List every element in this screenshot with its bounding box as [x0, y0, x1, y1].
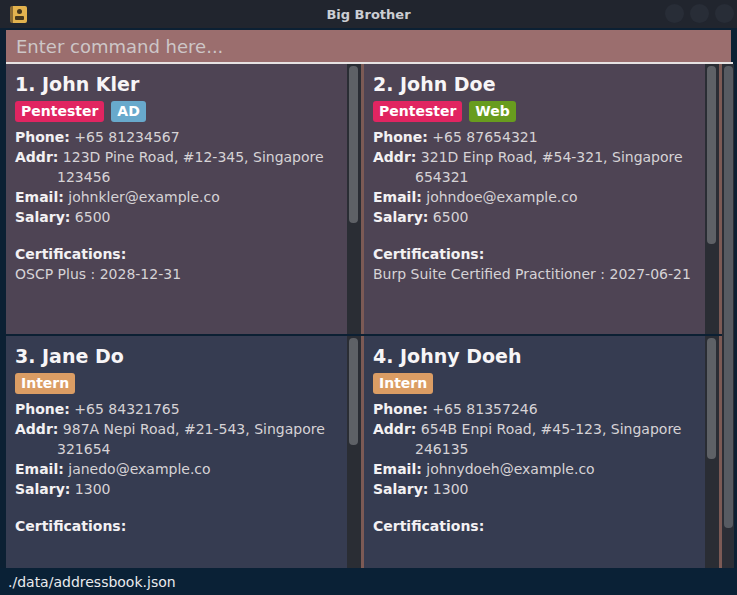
salary-label: Salary:	[15, 209, 70, 225]
addr-label: Addr:	[15, 149, 58, 165]
scrollbar-thumb[interactable]	[707, 338, 716, 459]
addr-value: 321D Einp Road, #54-321, Singapore 65432…	[415, 149, 683, 185]
salary-label: Salary:	[373, 209, 428, 225]
contact-card-content: 4. Johny Doeh Intern Phone: +65 81357246…	[364, 336, 705, 568]
addr-label: Addr:	[373, 149, 416, 165]
phone-line: Phone: +65 81357246	[373, 399, 701, 419]
role-badge: Intern	[373, 373, 433, 394]
addr-label: Addr:	[373, 421, 416, 437]
window-button-close[interactable]	[715, 4, 734, 23]
salary-line: Salary: 6500	[15, 207, 343, 227]
salary-label: Salary:	[373, 481, 428, 497]
contact-title: 1. John Kler	[15, 72, 343, 96]
contact-card[interactable]: 1. John Kler Pentester AD Phone: +65 812…	[6, 64, 364, 334]
role-badge: Pentester	[373, 101, 462, 122]
phone-value: +65 84321765	[74, 401, 179, 417]
phone-line: Phone: +65 87654321	[373, 127, 701, 147]
role-badge: Intern	[15, 373, 75, 394]
email-line: Email: johndoe@example.co	[373, 187, 701, 207]
addr-line: Addr: 321D Einp Road, #54-321, Singapore…	[373, 147, 701, 187]
email-value: janedo@example.co	[68, 461, 210, 477]
salary-value: 1300	[75, 481, 111, 497]
statusbar-file-path: ./data/addressbook.json	[8, 574, 176, 590]
window-button-minimize[interactable]	[665, 4, 684, 23]
addr-line: Addr: 987A Nepi Road, #21-543, Singapore…	[15, 419, 343, 459]
phone-line: Phone: +65 81234567	[15, 127, 343, 147]
window-buttons	[665, 4, 734, 23]
badge-row: Intern	[373, 373, 701, 394]
salary-value: 6500	[433, 209, 469, 225]
contact-card-content: 1. John Kler Pentester AD Phone: +65 812…	[6, 64, 347, 334]
role-badge: Web	[469, 101, 515, 122]
window-button-maximize[interactable]	[690, 4, 709, 23]
salary-line: Salary: 1300	[15, 479, 343, 499]
certifications-header: Certifications:	[15, 244, 343, 264]
phone-label: Phone:	[373, 129, 428, 145]
contact-card-content: 2. John Doe Pentester Web Phone: +65 876…	[364, 64, 705, 334]
addr-value: 123D Pine Road, #12-345, Singapore 12345…	[57, 149, 324, 185]
certifications-header: Certifications:	[15, 516, 343, 536]
spacer	[373, 227, 701, 244]
contact-card[interactable]: 2. John Doe Pentester Web Phone: +65 876…	[364, 64, 722, 334]
contact-card-content: 3. Jane Do Intern Phone: +65 84321765 Ad…	[6, 336, 347, 568]
certification-item: OSCP Plus : 2028-12-31	[15, 264, 343, 284]
addr-value: 987A Nepi Road, #21-543, Singapore 32165…	[57, 421, 325, 457]
contact-title: 4. Johny Doeh	[373, 344, 701, 368]
email-line: Email: johnkler@example.co	[15, 187, 343, 207]
spacer	[15, 499, 343, 516]
salary-value: 6500	[75, 209, 111, 225]
email-label: Email:	[373, 461, 422, 477]
scrollbar-track[interactable]	[347, 64, 361, 334]
badge-row: Pentester AD	[15, 101, 343, 122]
spacer	[15, 227, 343, 244]
salary-label: Salary:	[15, 481, 70, 497]
salary-line: Salary: 6500	[373, 207, 701, 227]
email-label: Email:	[15, 461, 64, 477]
certification-item: Burp Suite Certified Practitioner : 2027…	[373, 264, 701, 284]
phone-label: Phone:	[15, 401, 70, 417]
phone-label: Phone:	[15, 129, 70, 145]
titlebar: Big Brother	[0, 0, 737, 28]
contact-card[interactable]: 4. Johny Doeh Intern Phone: +65 81357246…	[364, 336, 722, 568]
email-label: Email:	[15, 189, 64, 205]
scrollbar-track[interactable]	[705, 64, 719, 334]
contact-card[interactable]: 3. Jane Do Intern Phone: +65 84321765 Ad…	[6, 336, 364, 568]
email-value: johnkler@example.co	[68, 189, 220, 205]
role-badge: AD	[111, 101, 145, 122]
phone-value: +65 81357246	[432, 401, 537, 417]
salary-line: Salary: 1300	[373, 479, 701, 499]
badge-row: Intern	[15, 373, 343, 394]
addr-value: 654B Enpi Road, #45-123, Singapore 24613…	[415, 421, 681, 457]
email-line: Email: johnydoeh@example.co	[373, 459, 701, 479]
role-badge: Pentester	[15, 101, 104, 122]
contact-title: 3. Jane Do	[15, 344, 343, 368]
email-label: Email:	[373, 189, 422, 205]
scrollbar-thumb[interactable]	[349, 66, 358, 223]
window-title: Big Brother	[0, 0, 737, 28]
phone-value: +65 81234567	[74, 129, 179, 145]
contacts-grid: 1. John Kler Pentester AD Phone: +65 812…	[6, 64, 722, 568]
addr-line: Addr: 654B Enpi Road, #45-123, Singapore…	[373, 419, 701, 459]
window-scrollbar-thumb[interactable]	[724, 66, 733, 528]
contact-title: 2. John Doe	[373, 72, 701, 96]
addr-label: Addr:	[15, 421, 58, 437]
scrollbar-track[interactable]	[705, 336, 719, 568]
badge-row: Pentester Web	[373, 101, 701, 122]
window-scrollbar-track[interactable]	[722, 64, 734, 568]
phone-value: +65 87654321	[432, 129, 537, 145]
statusbar: ./data/addressbook.json	[0, 568, 737, 595]
scrollbar-thumb[interactable]	[349, 338, 358, 445]
addr-line: Addr: 123D Pine Road, #12-345, Singapore…	[15, 147, 343, 187]
email-line: Email: janedo@example.co	[15, 459, 343, 479]
phone-line: Phone: +65 84321765	[15, 399, 343, 419]
command-input[interactable]	[6, 30, 731, 62]
email-value: johndoe@example.co	[426, 189, 577, 205]
spacer	[373, 499, 701, 516]
certifications-header: Certifications:	[373, 244, 701, 264]
scrollbar-thumb[interactable]	[707, 66, 716, 244]
certifications-header: Certifications:	[373, 516, 701, 536]
phone-label: Phone:	[373, 401, 428, 417]
scrollbar-track[interactable]	[347, 336, 361, 568]
salary-value: 1300	[433, 481, 469, 497]
email-value: johnydoeh@example.co	[426, 461, 594, 477]
